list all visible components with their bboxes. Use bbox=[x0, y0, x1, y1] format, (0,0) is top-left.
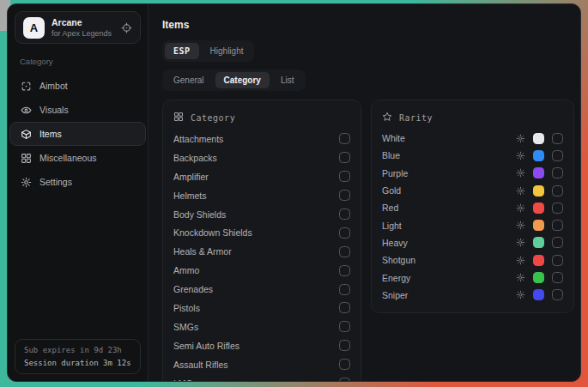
rarity-row-shotgun: Shotgun bbox=[382, 251, 563, 269]
checkbox[interactable] bbox=[339, 340, 350, 351]
rarity-row-label: Purple bbox=[382, 168, 408, 178]
category-row-lmgs: LMGs bbox=[173, 374, 350, 382]
gear-icon[interactable] bbox=[516, 221, 525, 230]
rarity-row-label: Energy bbox=[382, 273, 410, 283]
checkbox[interactable] bbox=[339, 227, 350, 239]
checkbox[interactable] bbox=[339, 378, 350, 382]
color-swatch[interactable] bbox=[533, 255, 544, 266]
checkbox[interactable] bbox=[339, 302, 350, 313]
sidebar-item-miscellaneous[interactable]: Miscellaneous bbox=[9, 146, 146, 170]
mode-option-highlight[interactable]: Highlight bbox=[202, 43, 252, 59]
checkbox[interactable] bbox=[552, 150, 563, 161]
checkbox[interactable] bbox=[552, 185, 563, 197]
color-swatch[interactable] bbox=[533, 203, 544, 214]
checkbox[interactable] bbox=[552, 255, 563, 266]
rarity-row-red: Red bbox=[382, 199, 563, 216]
category-row-label: LMGs bbox=[173, 378, 197, 382]
category-row-ammo: Ammo bbox=[173, 261, 350, 280]
color-swatch[interactable] bbox=[533, 237, 544, 248]
eye-icon bbox=[21, 105, 32, 116]
checkbox[interactable] bbox=[339, 133, 350, 144]
rarity-list: White Blue bbox=[382, 130, 563, 304]
sidebar-nav: Aimbot Visuals Items Miscellaneous bbox=[8, 74, 148, 194]
category-row-label: Body Shields bbox=[173, 209, 226, 220]
gear-icon[interactable] bbox=[516, 238, 525, 247]
checkbox[interactable] bbox=[552, 272, 563, 283]
category-row-grenades: Grenades bbox=[173, 280, 350, 299]
color-swatch[interactable] bbox=[533, 133, 544, 144]
sidebar-item-settings[interactable]: Settings bbox=[9, 170, 146, 194]
checkbox[interactable] bbox=[339, 246, 350, 257]
gear-icon[interactable] bbox=[516, 273, 525, 282]
grid-icon bbox=[21, 153, 32, 164]
rarity-row-label: Light bbox=[382, 221, 402, 231]
rarity-row-white: White bbox=[382, 130, 563, 147]
category-row-label: SMGs bbox=[173, 322, 198, 332]
checkbox[interactable] bbox=[339, 171, 350, 182]
gear-icon[interactable] bbox=[516, 290, 525, 299]
rarity-row-label: Gold bbox=[382, 185, 401, 196]
category-panel: Category Attachments Backpacks Amplifier… bbox=[162, 100, 361, 382]
checkbox[interactable] bbox=[552, 133, 563, 144]
gear-icon[interactable] bbox=[516, 203, 525, 213]
color-swatch[interactable] bbox=[533, 220, 544, 231]
category-row-backpacks: Backpacks bbox=[173, 148, 350, 167]
checkbox[interactable] bbox=[339, 190, 350, 201]
gear-icon[interactable] bbox=[516, 168, 525, 178]
category-row-label: Pistols bbox=[173, 303, 200, 313]
color-swatch[interactable] bbox=[533, 167, 544, 178]
mode-option-esp[interactable]: ESP bbox=[165, 43, 199, 59]
checkbox[interactable] bbox=[339, 152, 350, 163]
checkbox[interactable] bbox=[552, 220, 563, 231]
checkbox[interactable] bbox=[552, 237, 563, 248]
session-duration-text: Session duration 3m 12s bbox=[24, 359, 131, 367]
rarity-row-label: Sniper bbox=[382, 290, 408, 300]
color-swatch[interactable] bbox=[533, 185, 544, 197]
checkbox[interactable] bbox=[552, 167, 563, 178]
checkbox[interactable] bbox=[552, 289, 563, 300]
tab-category[interactable]: Category bbox=[215, 72, 270, 88]
app-subtitle: for Apex Legends bbox=[52, 29, 114, 38]
app-header-text: Arcane for Apex Legends bbox=[52, 17, 114, 38]
rarity-row-label: Heavy bbox=[382, 238, 408, 248]
color-swatch[interactable] bbox=[533, 150, 544, 161]
rarity-row-heavy: Heavy bbox=[382, 234, 563, 251]
checkbox[interactable] bbox=[339, 321, 350, 332]
category-row-assault-rifles: Assault Rifles bbox=[173, 355, 350, 374]
checkbox[interactable] bbox=[552, 203, 563, 214]
sub-expires-text: Sub expires in 9d 23h bbox=[24, 346, 131, 354]
category-row-knockdown-shields: Knockdown Shields bbox=[173, 223, 350, 242]
sidebar-item-label: Miscellaneous bbox=[39, 153, 97, 163]
checkbox[interactable] bbox=[339, 265, 350, 276]
category-row-smgs: SMGs bbox=[173, 317, 350, 336]
gear-icon[interactable] bbox=[516, 186, 525, 196]
sidebar-item-visuals[interactable]: Visuals bbox=[9, 98, 146, 122]
gear-icon bbox=[21, 177, 32, 188]
gear-icon[interactable] bbox=[516, 151, 525, 160]
checkbox[interactable] bbox=[339, 209, 350, 220]
gear-icon[interactable] bbox=[516, 256, 525, 265]
tab-general[interactable]: General bbox=[165, 72, 213, 88]
category-row-label: Heals & Armor bbox=[173, 246, 232, 257]
grid-icon bbox=[173, 112, 184, 124]
category-row-pistols: Pistols bbox=[173, 299, 350, 317]
sidebar-item-label: Items bbox=[39, 129, 62, 139]
category-row-label: Backpacks bbox=[173, 153, 217, 163]
category-row-label: Semi Auto Rifles bbox=[173, 341, 239, 351]
target-icon[interactable] bbox=[121, 22, 132, 33]
checkbox[interactable] bbox=[339, 359, 350, 370]
color-swatch[interactable] bbox=[533, 272, 544, 283]
tab-list[interactable]: List bbox=[272, 72, 303, 88]
box-icon bbox=[21, 129, 32, 140]
category-row-amplifier: Amplifier bbox=[173, 167, 350, 186]
category-row-label: Ammo bbox=[173, 265, 199, 275]
view-tabs: GeneralCategoryList bbox=[162, 70, 306, 91]
checkbox[interactable] bbox=[339, 284, 350, 295]
gear-icon[interactable] bbox=[516, 134, 525, 143]
sidebar-item-aimbot[interactable]: Aimbot bbox=[9, 74, 146, 98]
category-row-semi-auto-rifles: Semi Auto Rifles bbox=[173, 336, 350, 355]
sidebar-item-items[interactable]: Items bbox=[9, 122, 146, 146]
sidebar-item-label: Settings bbox=[39, 177, 72, 187]
color-swatch[interactable] bbox=[533, 289, 544, 300]
crosshair-icon bbox=[21, 81, 32, 92]
